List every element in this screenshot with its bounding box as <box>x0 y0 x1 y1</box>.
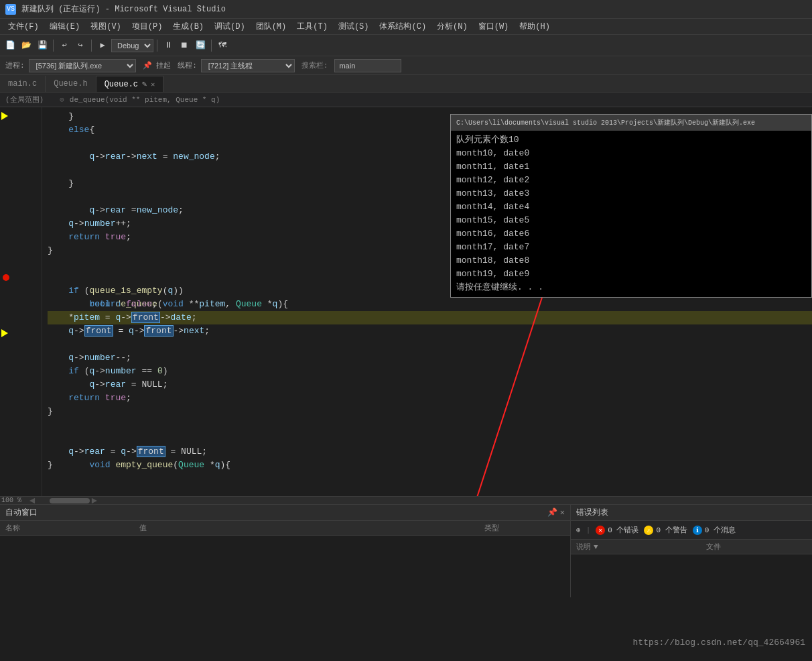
error-col-desc: 说明 <box>576 542 591 552</box>
tab-queue-h[interactable]: Queue.h <box>46 76 96 92</box>
bp-2 <box>0 123 12 137</box>
ln-11 <box>12 244 42 257</box>
menu-test[interactable]: 测试(S) <box>333 19 375 34</box>
menu-view[interactable]: 视图(V) <box>85 19 127 34</box>
console-window: C:\Users\li\documents\visual studio 2013… <box>450 114 812 298</box>
filter-icon: ⊛ <box>576 526 581 534</box>
auto-panel-title: 自动窗口 <box>5 507 38 518</box>
line-26: q->rear = q->front = NULL; <box>48 445 812 459</box>
tab-queue-c[interactable]: Queue.c ✎ ✕ <box>96 76 164 92</box>
bp-8 <box>0 204 12 217</box>
menu-window[interactable]: 窗口(W) <box>473 19 515 34</box>
ln-24 <box>12 418 42 432</box>
continue-btn[interactable]: ▶ <box>95 38 110 53</box>
bp-19 <box>0 351 12 365</box>
auto-col-type: 类型 <box>484 523 565 533</box>
tab-close-btn[interactable]: ✕ <box>151 80 155 88</box>
open-btn[interactable]: 📂 <box>19 38 33 53</box>
bp-13 <box>0 271 12 284</box>
line-15: return false; <box>48 298 812 311</box>
close-panel-btn[interactable]: ✕ <box>560 507 565 518</box>
toolbar-sep2 <box>91 40 92 52</box>
console-line-8: month17, date7 <box>456 241 806 254</box>
line-23: } <box>48 405 812 418</box>
menu-bar: 文件(F) 编辑(E) 视图(V) 项目(P) 生成(B) 调试(D) 团队(M… <box>0 19 812 35</box>
zoom-label: 100 % <box>1 497 28 504</box>
console-line-1: month10, date0 <box>456 147 806 160</box>
ln-26 <box>12 445 42 459</box>
bp-26 <box>0 445 12 459</box>
title-bar: VS 新建队列 (正在运行) - Microsoft Visual Studio <box>0 0 812 19</box>
process-dropdown[interactable]: [5736] 新建队列.exe <box>29 59 136 72</box>
error-panel-title: 错误列表 <box>576 507 608 518</box>
bp-21 <box>0 378 12 392</box>
thread-label: 线程: <box>178 60 197 70</box>
ln-18 <box>12 338 42 351</box>
ln-2 <box>12 123 42 137</box>
stop-btn[interactable]: ⏹ <box>177 38 192 53</box>
bp-15 <box>0 298 12 311</box>
message-badge: ℹ 0 个消息 <box>693 525 736 535</box>
pin-icon: 📌 挂起 <box>143 60 172 70</box>
ln-14 <box>12 284 42 298</box>
ln-20 <box>12 365 42 378</box>
new-btn[interactable]: 📄 <box>3 38 17 53</box>
menu-file[interactable]: 文件(F) <box>3 19 44 34</box>
menu-build[interactable]: 生成(B) <box>167 19 209 34</box>
menu-edit[interactable]: 编辑(E) <box>44 19 86 34</box>
auto-panel-header: 自动窗口 📌 ✕ <box>0 505 570 521</box>
console-line-2: month11, date1 <box>456 160 806 174</box>
save-btn[interactable]: 💾 <box>35 38 50 53</box>
menu-tools[interactable]: 工具(T) <box>291 19 333 34</box>
code-map-btn[interactable]: 🗺 <box>215 38 230 53</box>
scope-label: (全局范围) <box>5 95 44 105</box>
config-dropdown[interactable]: Debug <box>111 39 153 52</box>
bp-7 <box>0 190 12 204</box>
error-count: 0 个错误 <box>608 525 638 535</box>
bp-9 <box>0 217 12 231</box>
error-col-desc-arrow: ▼ <box>594 543 598 551</box>
message-badge-icon: ℹ <box>693 526 702 535</box>
sep1: | <box>586 526 591 534</box>
auto-col-value: 值 <box>139 523 484 533</box>
warning-count: 0 个警告 <box>656 525 687 535</box>
line-25: − void empty_queue(Queue *q){ <box>48 432 812 445</box>
ln-8 <box>12 204 42 217</box>
line-27: } <box>48 459 812 472</box>
auto-table-header: 名称 值 类型 <box>0 521 570 536</box>
bp-14 <box>0 284 12 298</box>
menu-debug[interactable]: 调试(D) <box>209 19 251 34</box>
tab-bar: main.c Queue.h Queue.c ✎ ✕ <box>0 75 812 93</box>
ln-22 <box>12 392 42 405</box>
ln-13 <box>12 271 42 284</box>
undo-btn[interactable]: ↩ <box>57 38 72 53</box>
auto-panel-content <box>0 536 570 597</box>
pin-panel-icon[interactable]: 📌 <box>547 507 557 518</box>
app-icon: VS <box>5 4 16 15</box>
tab-main-c[interactable]: main.c <box>0 76 46 92</box>
bp-25 <box>0 432 12 445</box>
ln-3 <box>12 137 42 150</box>
breakpoint-column <box>0 107 12 496</box>
menu-arch[interactable]: 体系结构(C) <box>374 19 431 34</box>
console-line-0: 队列元素个数10 <box>456 133 806 147</box>
restart-btn[interactable]: 🔄 <box>193 38 208 53</box>
menu-help[interactable]: 帮助(H) <box>514 19 555 34</box>
bp-17 <box>0 324 12 338</box>
ln-17 <box>12 324 42 338</box>
bp-6 <box>0 177 12 190</box>
redo-btn[interactable]: ↪ <box>73 38 88 53</box>
menu-team[interactable]: 团队(M) <box>251 19 292 34</box>
menu-analyze[interactable]: 分析(N) <box>431 19 473 34</box>
breadcrumb: de_queue(void ** pitem, Queue * q) <box>70 96 220 104</box>
auto-panel-close: 📌 ✕ <box>547 507 565 518</box>
console-titlebar[interactable]: C:\Users\li\documents\visual studio 2013… <box>451 115 811 131</box>
search-input[interactable] <box>334 59 401 72</box>
ln-5 <box>12 164 42 177</box>
h-scroll-thumb[interactable] <box>50 498 90 503</box>
menu-project[interactable]: 项目(P) <box>127 19 168 34</box>
pause-btn[interactable]: ⏸ <box>161 38 176 53</box>
h-scrollbar[interactable]: 100 % ◄ ► <box>0 496 812 504</box>
message-count: 0 个消息 <box>705 525 736 535</box>
thread-dropdown[interactable]: [7212] 主线程 <box>201 59 295 72</box>
